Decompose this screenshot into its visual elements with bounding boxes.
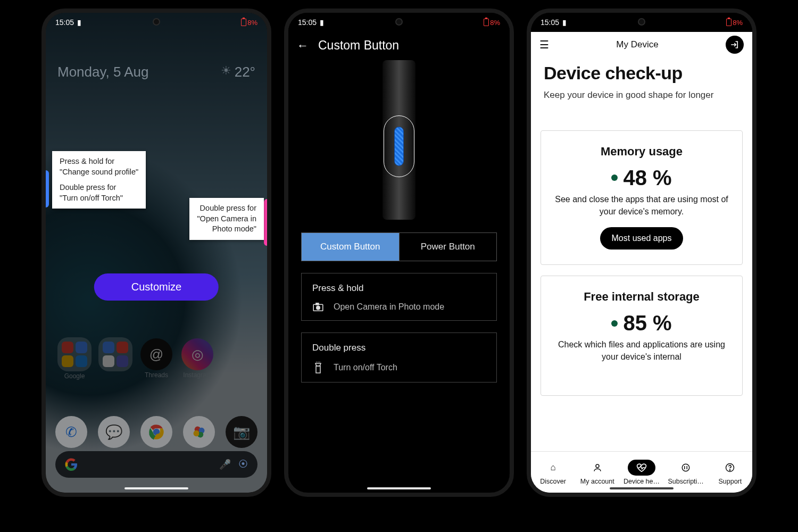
date-text: Monday, 5 Aug <box>57 64 149 80</box>
svg-rect-5 <box>316 366 320 373</box>
tab-label: My account <box>580 478 614 485</box>
camera-notch <box>395 18 403 26</box>
customize-button[interactable]: Customize <box>94 273 219 301</box>
tip-line: "Open Camera in <box>197 214 256 225</box>
status-time: 15:05 <box>298 18 317 27</box>
card-description: See and close the apps that are using mo… <box>552 193 732 218</box>
google-icon <box>65 458 78 471</box>
tab-support[interactable]: Support <box>710 460 750 485</box>
status-time: 15:05 <box>541 18 559 27</box>
tab-my-account[interactable]: My account <box>577 460 618 485</box>
left-edge-indicator <box>46 170 49 207</box>
help-icon <box>725 463 735 472</box>
battery-icon: ▮ <box>320 18 324 27</box>
card-title: Memory usage <box>552 145 732 159</box>
battery-low-indicator: 8% <box>241 19 257 27</box>
svg-point-12 <box>730 469 731 470</box>
page-subtitle: Keep your device in good shape for longe… <box>544 89 714 102</box>
svg-rect-4 <box>316 303 319 305</box>
camera-notch <box>638 18 645 26</box>
camera-icon <box>312 303 324 311</box>
device-side-illustration <box>383 60 415 220</box>
back-arrow-icon[interactable]: ← <box>297 39 309 53</box>
battery-low-indicator: 8% <box>726 19 743 27</box>
action-value: Open Camera in Photo mode <box>334 302 444 312</box>
tab-custom-button[interactable]: Custom Button <box>302 233 399 261</box>
dock-camera-icon[interactable]: 📷 <box>226 416 257 448</box>
most-used-apps-button[interactable]: Most used apps <box>600 227 684 250</box>
mic-icon[interactable]: 🎤 <box>219 459 231 470</box>
dock-messages-icon[interactable]: 💬 <box>98 416 130 448</box>
tab-discover[interactable]: ⌂ Discover <box>533 460 573 485</box>
free-storage-card: Free internal storage 85 % Check which f… <box>541 276 743 395</box>
dock: ✆ 💬 📷 <box>55 416 257 448</box>
page-title: Device check-up <box>544 63 739 84</box>
app-bar: ☰ My Device <box>531 32 752 57</box>
menu-icon[interactable]: ☰ <box>539 38 549 51</box>
card-description: Check which files and applications are u… <box>552 338 732 363</box>
memory-percent: 48 % <box>623 166 671 190</box>
home-indicator[interactable] <box>367 487 431 489</box>
tip-line: Photo mode" <box>197 224 256 235</box>
custom-button-highlight <box>384 115 414 177</box>
gesture-label: Double press <box>312 343 486 353</box>
dock-photos-icon[interactable] <box>183 416 215 448</box>
home-indicator[interactable] <box>124 487 188 489</box>
page-title: Custom Button <box>318 38 399 53</box>
tip-line: "Change sound profile" <box>60 167 138 178</box>
app-instagram-icon[interactable]: ◎ <box>181 338 213 370</box>
camera-notch <box>153 18 160 26</box>
storage-percent: 85 % <box>623 311 671 335</box>
weather-widget: ☀ 22° <box>221 64 255 80</box>
action-value: Turn on/off Torch <box>334 363 397 372</box>
tab-subscriptions[interactable]: Subscripti… <box>666 460 706 485</box>
tip-line: "Turn on/off Torch" <box>60 193 138 204</box>
status-time: 15:05 <box>55 18 74 27</box>
home-app-row: Google @ Threads ◎ Instagram <box>55 337 257 380</box>
phone-my-device-app: 15:05 ▮ 8% ☰ My Device <box>527 9 757 497</box>
custom-button-graphic <box>394 127 404 166</box>
svg-point-3 <box>317 306 320 309</box>
login-icon[interactable] <box>726 36 744 54</box>
power-button-tip-right: Double press for "Open Camera in Photo m… <box>189 198 264 240</box>
weather-icon: ☀ <box>221 64 231 78</box>
phone-home-customize-overlay: 15:05 ▮ 8% Monday, 5 Aug ☀ 22° Press & h… <box>41 9 271 497</box>
folder-google[interactable] <box>57 337 92 371</box>
battery-icon: ▮ <box>77 18 81 27</box>
dock-phone-icon[interactable]: ✆ <box>55 416 87 448</box>
app-threads-icon[interactable]: @ <box>140 338 172 370</box>
custom-button-tip-left: Press & hold for "Change sound profile" … <box>52 151 146 209</box>
app-label: Google <box>64 372 85 380</box>
tab-label: Device he… <box>624 478 660 485</box>
tab-power-button[interactable]: Power Button <box>399 233 497 261</box>
app-title: My Device <box>616 39 658 50</box>
tab-label: Support <box>718 478 742 485</box>
tip-line: Press & hold for <box>60 156 138 167</box>
app-label: Threads <box>145 371 168 379</box>
heart-pulse-icon <box>636 463 647 472</box>
person-icon <box>593 463 602 472</box>
tab-label: Subscripti… <box>668 478 703 485</box>
folder-apps[interactable] <box>98 337 132 371</box>
memory-usage-card: Memory usage 48 % See and close the apps… <box>541 130 743 265</box>
lens-icon[interactable]: ⦿ <box>238 459 248 470</box>
app-label <box>114 372 116 380</box>
tip-line: Double press for <box>197 203 256 214</box>
right-edge-indicator <box>264 199 267 246</box>
svg-point-10 <box>682 464 689 471</box>
dock-chrome-icon[interactable] <box>140 416 172 448</box>
temperature: 22° <box>235 64 255 80</box>
home-indicator[interactable] <box>610 487 674 489</box>
battery-icon: ▮ <box>562 18 567 27</box>
torch-icon <box>312 362 324 373</box>
home-header: Monday, 5 Aug ☀ 22° <box>57 64 255 80</box>
gesture-label: Press & hold <box>312 283 486 294</box>
press-hold-card[interactable]: Press & hold Open Camera in Photo mode <box>301 273 497 321</box>
button-selector-segmented: Custom Button Power Button <box>301 232 497 261</box>
tab-device-health[interactable]: Device he… <box>621 460 662 485</box>
search-bar[interactable]: 🎤 ⦿ <box>55 451 257 478</box>
status-dot-icon <box>611 320 618 327</box>
double-press-card[interactable]: Double press Turn on/off Torch <box>301 332 497 383</box>
card-title: Free internal storage <box>552 290 732 304</box>
tip-line: Double press for <box>60 182 138 193</box>
